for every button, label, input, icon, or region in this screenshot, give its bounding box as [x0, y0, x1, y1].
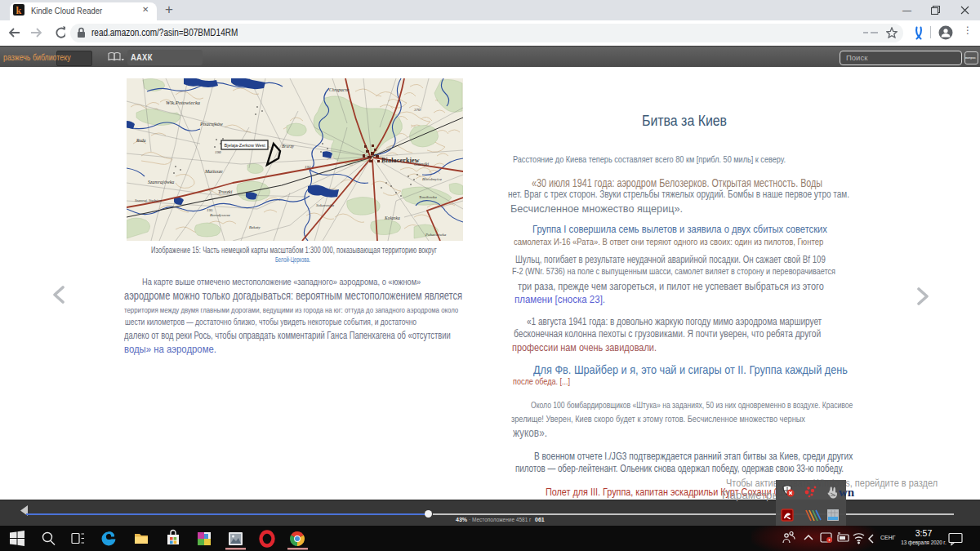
svg-text:Brurzy: Brurzy — [282, 144, 295, 149]
svg-text:Bjelaja-Zerkow West: Bjelaja-Zerkow West — [225, 143, 266, 148]
svg-text:Sokarowka: Sokarowka — [316, 203, 335, 207]
svg-text:Chrapacne: Chrapacne — [329, 87, 350, 92]
svg-text:195: 195 — [207, 208, 213, 212]
svg-text:k: k — [16, 5, 22, 16]
svg-text:370: 370 — [414, 108, 421, 112]
svg-text:Ruda: Ruda — [136, 138, 146, 143]
svg-text:Truszki: Truszki — [218, 189, 233, 194]
svg-text:192: 192 — [305, 165, 311, 169]
svg-text:Tomiłowka: Tomiłowka — [419, 195, 437, 199]
svg-text:Bekaty: Bekaty — [249, 225, 261, 229]
svg-text:Wlk.Potowiecka: Wlk.Potowiecka — [166, 100, 200, 105]
svg-text:Szamrajówka: Szamrajówka — [148, 180, 174, 184]
svg-text:Pohaczówka: Pohaczówka — [425, 233, 447, 237]
svg-text:Białacerkiew: Białacerkiew — [381, 157, 420, 164]
svg-text:Pisacujków: Pisacujków — [199, 122, 223, 127]
svg-text:Borodyszcze: Borodyszcze — [210, 213, 231, 217]
svg-text:190: 190 — [215, 150, 221, 154]
svg-text:Blossbnyice: Blossbnyice — [422, 177, 443, 181]
svg-text:Matiusze: Matiusze — [204, 169, 223, 174]
svg-text:Szamraj. Stednica: Szamraj. Stednica — [135, 198, 162, 202]
svg-text:Kołanka: Kołanka — [384, 216, 400, 220]
